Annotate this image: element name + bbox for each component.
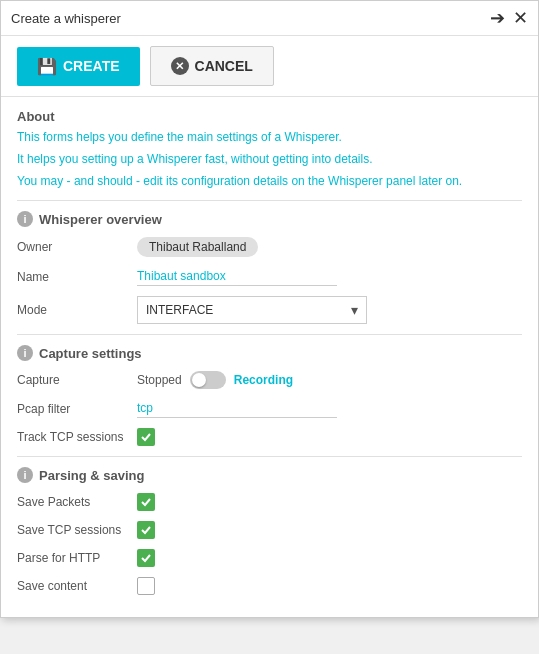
content-area: About This forms helps you define the ma… (1, 97, 538, 617)
save-packets-label: Save Packets (17, 495, 127, 509)
save-packets-checkbox[interactable] (137, 493, 155, 511)
about-line3: You may - and should - edit its configur… (17, 172, 522, 190)
create-label: CREATE (63, 58, 120, 74)
save-tcp-label: Save TCP sessions (17, 523, 127, 537)
name-input[interactable] (137, 267, 337, 286)
save-packets-row: Save Packets (17, 493, 522, 511)
capture-controls: Stopped Recording (137, 371, 293, 389)
parsing-saving-header: i Parsing & saving (17, 467, 522, 483)
capture-info-icon: i (17, 345, 33, 361)
parse-http-checkbox[interactable] (137, 549, 155, 567)
pcap-row: Pcap filter (17, 399, 522, 418)
capture-toggle[interactable] (190, 371, 226, 389)
toggle-knob (192, 373, 206, 387)
parse-http-check-icon (140, 552, 152, 564)
track-tcp-row: Track TCP sessions (17, 428, 522, 446)
about-line1: This forms helps you define the main set… (17, 128, 522, 146)
mode-label: Mode (17, 303, 127, 317)
overview-info-icon: i (17, 211, 33, 227)
owner-value: Thibaut Raballand (137, 237, 258, 257)
stopped-text: Stopped (137, 373, 182, 387)
parse-http-label: Parse for HTTP (17, 551, 127, 565)
mode-row: Mode INTERFACE ▾ (17, 296, 522, 324)
owner-row: Owner Thibaut Raballand (17, 237, 522, 257)
toolbar: 💾 CREATE ✕ CANCEL (1, 36, 538, 97)
name-label: Name (17, 270, 127, 284)
main-window: Create a whisperer ➔ ✕ 💾 CREATE ✕ CANCEL… (0, 0, 539, 618)
save-content-label: Save content (17, 579, 127, 593)
pin-icon[interactable]: ➔ (490, 7, 505, 29)
capture-row: Capture Stopped Recording (17, 371, 522, 389)
create-button[interactable]: 💾 CREATE (17, 47, 140, 86)
parse-http-row: Parse for HTTP (17, 549, 522, 567)
track-tcp-label: Track TCP sessions (17, 430, 127, 444)
divider-1 (17, 200, 522, 201)
title-bar: Create a whisperer ➔ ✕ (1, 1, 538, 36)
about-title: About (17, 109, 522, 124)
save-content-checkbox[interactable] (137, 577, 155, 595)
close-icon[interactable]: ✕ (513, 7, 528, 29)
mode-select[interactable]: INTERFACE ▾ (137, 296, 367, 324)
divider-3 (17, 456, 522, 457)
parsing-info-icon: i (17, 467, 33, 483)
cancel-label: CANCEL (195, 58, 253, 74)
mode-value: INTERFACE (146, 303, 351, 317)
window-title: Create a whisperer (11, 11, 121, 26)
about-line2: It helps you setting up a Whisperer fast… (17, 150, 522, 168)
save-packets-check-icon (140, 496, 152, 508)
parsing-saving-label: Parsing & saving (39, 468, 144, 483)
save-tcp-row: Save TCP sessions (17, 521, 522, 539)
divider-2 (17, 334, 522, 335)
cancel-x-icon: ✕ (171, 57, 189, 75)
save-tcp-checkbox[interactable] (137, 521, 155, 539)
save-content-row: Save content (17, 577, 522, 595)
pcap-label: Pcap filter (17, 402, 127, 416)
capture-settings-header: i Capture settings (17, 345, 522, 361)
title-bar-icons: ➔ ✕ (490, 7, 528, 29)
checkmark-icon (140, 431, 152, 443)
recording-text: Recording (234, 373, 293, 387)
whisperer-overview-label: Whisperer overview (39, 212, 162, 227)
pcap-input[interactable] (137, 399, 337, 418)
save-icon: 💾 (37, 57, 57, 76)
whisperer-overview-header: i Whisperer overview (17, 211, 522, 227)
capture-label: Capture (17, 373, 127, 387)
cancel-button[interactable]: ✕ CANCEL (150, 46, 274, 86)
track-tcp-checkbox[interactable] (137, 428, 155, 446)
save-tcp-check-icon (140, 524, 152, 536)
owner-label: Owner (17, 240, 127, 254)
dropdown-arrow-icon: ▾ (351, 302, 358, 318)
capture-settings-label: Capture settings (39, 346, 142, 361)
name-row: Name (17, 267, 522, 286)
